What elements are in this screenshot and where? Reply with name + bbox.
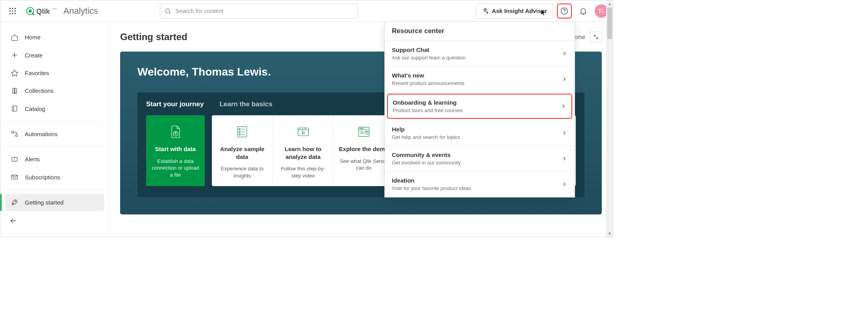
resource-item-support-chat[interactable]: Support Chat Ask our support team a ques… [385, 41, 575, 66]
sidebar-item-getting-started[interactable]: Getting started [5, 194, 104, 211]
svg-point-51 [360, 128, 361, 129]
card-subtitle: Follow this step-by-step video [278, 165, 328, 179]
scroll-up-arrow-icon[interactable]: ▲ [606, 0, 613, 7]
sidebar-divider [7, 190, 102, 190]
sidebar-item-home[interactable]: Home [5, 29, 104, 46]
book-icon [11, 105, 19, 113]
svg-point-14 [54, 8, 55, 9]
sidebar-divider [7, 121, 102, 122]
sidebar-item-label: Create [25, 52, 43, 59]
resource-item-desc: Get help and search for topics [392, 134, 460, 140]
tab-start-journey[interactable]: Start your journey [146, 100, 204, 108]
resource-item-onboarding[interactable]: Onboarding & learning Product tours and … [387, 94, 572, 119]
scroll-thumb[interactable] [607, 7, 612, 39]
card-learn-howto[interactable]: Learn how to analyze data Follow this st… [273, 115, 333, 186]
card-title: Learn how to analyze data [278, 145, 328, 161]
sidebar-item-favorites[interactable]: Favorites [5, 65, 104, 81]
alert-icon [11, 155, 19, 163]
checklist-icon [234, 123, 251, 140]
chevron-right-icon [561, 130, 568, 136]
svg-point-2 [15, 7, 16, 9]
svg-line-17 [169, 12, 170, 13]
svg-point-7 [12, 13, 13, 14]
resource-item-desc: Get involved in our community [392, 160, 461, 166]
browser-icon [355, 123, 373, 140]
resource-center-list: Support Chat Ask our support team a ques… [385, 41, 575, 197]
tab-learn-basics[interactable]: Learn the basics [219, 100, 272, 108]
compress-icon [593, 34, 599, 40]
search-field[interactable] [160, 4, 358, 18]
collapse-welcome-button[interactable] [590, 31, 602, 43]
sidebar-item-catalog[interactable]: Catalog [5, 100, 104, 117]
resource-item-title: Community & events [392, 151, 461, 158]
resource-item-whats-new[interactable]: What's new Recent product announcements [385, 66, 575, 92]
sidebar-item-create[interactable]: Create [5, 46, 104, 63]
resource-item-title: What's new [392, 72, 464, 79]
sidebar-item-label: Favorites [25, 70, 49, 76]
scroll-down-arrow-icon[interactable]: ▼ [606, 230, 613, 237]
chevron-right-icon [561, 76, 568, 82]
sidebar-divider [7, 146, 102, 147]
svg-point-53 [362, 128, 363, 129]
svg-point-52 [361, 128, 362, 129]
svg-point-56 [365, 131, 368, 134]
card-title: Start with data [155, 145, 196, 153]
sidebar-item-label: Home [25, 34, 41, 41]
video-icon [295, 123, 312, 140]
notifications-icon[interactable] [576, 4, 591, 18]
svg-rect-23 [12, 106, 17, 111]
svg-rect-25 [12, 131, 14, 133]
star-icon [11, 69, 19, 77]
ask-insight-advisor-button[interactable]: Ask Insight Advisor [476, 4, 553, 18]
resource-item-help[interactable]: Help Get help and search for topics [385, 120, 575, 146]
sidebar-item-label: Subscriptions [25, 174, 60, 181]
resource-center-title: Resource center [385, 22, 575, 41]
rocket-icon [11, 198, 19, 206]
card-analyze-sample[interactable]: Analyze sample data Experience data to i… [212, 115, 273, 186]
svg-point-15 [56, 8, 56, 9]
svg-point-10 [29, 9, 32, 13]
sidebar-item-alerts[interactable]: Alerts [5, 151, 104, 168]
resource-item-community[interactable]: Community & events Get involved in our c… [385, 146, 575, 172]
resource-item-title: Help [392, 126, 460, 133]
sidebar-item-collections[interactable]: Collections [5, 82, 104, 99]
vertical-scrollbar[interactable]: ▲ ▼ [606, 0, 613, 237]
qlik-logo[interactable]: Qlik [26, 6, 56, 16]
svg-point-19 [564, 12, 564, 13]
file-upload-icon [167, 123, 184, 140]
sidebar-item-automations[interactable]: Automations [5, 126, 104, 142]
brand-product: Analytics [63, 6, 98, 16]
bookmark-icon [11, 87, 19, 95]
svg-point-31 [15, 201, 16, 202]
svg-point-8 [15, 13, 16, 14]
resource-item-desc: Ask our support team a question [392, 55, 466, 61]
mail-icon [11, 173, 19, 181]
chevron-right-icon [561, 181, 568, 187]
svg-point-5 [15, 10, 16, 12]
svg-rect-26 [16, 135, 18, 137]
sparkle-icon [482, 7, 489, 15]
sidebar-item-label: Catalog [25, 105, 45, 112]
app-launcher-icon[interactable] [5, 4, 20, 18]
chevron-right-icon [561, 155, 568, 162]
svg-rect-37 [239, 129, 240, 130]
svg-rect-41 [239, 134, 240, 135]
resource-item-ideation[interactable]: Ideation Vote for your favorite product … [385, 172, 575, 197]
help-icon[interactable] [557, 4, 572, 18]
search-icon [164, 7, 171, 15]
chevron-right-icon [561, 50, 568, 57]
sidebar-item-label: Automations [25, 131, 57, 137]
card-start-with-data[interactable]: Start with data Establish a data connect… [146, 115, 205, 186]
svg-point-0 [9, 7, 11, 9]
resource-item-desc: Vote for your favorite product ideas [392, 185, 471, 191]
sidebar-item-label: Alerts [25, 156, 40, 162]
svg-point-13 [53, 8, 54, 9]
search-input[interactable] [175, 7, 353, 14]
ask-insight-advisor-label: Ask Insight Advisor [492, 7, 547, 14]
sidebar-item-subscriptions[interactable]: Subscriptions [5, 168, 104, 185]
svg-line-11 [32, 13, 34, 15]
flow-icon [11, 130, 19, 138]
sidebar-collapse-icon[interactable] [7, 215, 19, 227]
svg-rect-30 [12, 175, 18, 179]
avatar-initials: TL [598, 8, 605, 14]
